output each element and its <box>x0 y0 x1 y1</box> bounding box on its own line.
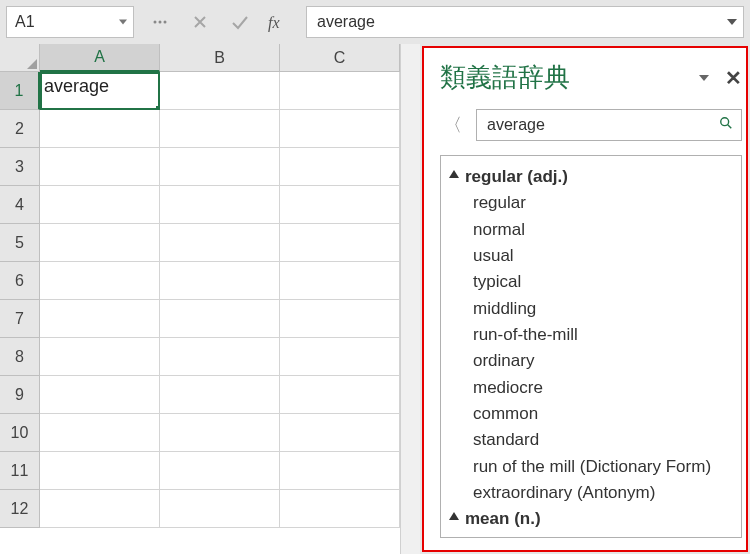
thesaurus-pane: 類義語辞典 ✕ 〈 regular (adj.)regularnormalusu… <box>422 46 748 552</box>
table-row: 8 <box>0 338 400 376</box>
cell[interactable] <box>160 110 280 148</box>
formula-input-value: average <box>317 13 375 31</box>
cell[interactable] <box>160 224 280 262</box>
row-header[interactable]: 10 <box>0 414 40 452</box>
thesaurus-group-heading[interactable]: mean (n.) <box>449 506 733 532</box>
cell[interactable] <box>280 376 400 414</box>
table-row: 6 <box>0 262 400 300</box>
thesaurus-pane-title: 類義語辞典 <box>440 60 570 95</box>
fx-icon[interactable]: fx <box>260 7 300 37</box>
cell[interactable] <box>160 490 280 528</box>
thesaurus-result-item[interactable]: standard <box>449 427 733 453</box>
column-header[interactable]: C <box>280 44 400 72</box>
table-row: 2 <box>0 110 400 148</box>
column-header[interactable]: A <box>40 44 160 72</box>
cell[interactable] <box>280 300 400 338</box>
spreadsheet[interactable]: ABC 1average23456789101112 <box>0 44 400 554</box>
cancel-icon[interactable] <box>180 7 220 37</box>
cell[interactable] <box>40 414 160 452</box>
table-row: 1average <box>0 72 400 110</box>
formula-bar: A1 fx average <box>0 0 750 44</box>
cell[interactable] <box>40 262 160 300</box>
cell[interactable] <box>40 300 160 338</box>
cell[interactable] <box>280 452 400 490</box>
cell[interactable] <box>280 110 400 148</box>
row-header[interactable]: 1 <box>0 72 40 110</box>
cell[interactable] <box>280 186 400 224</box>
enter-icon[interactable] <box>220 7 260 37</box>
table-row: 4 <box>0 186 400 224</box>
row-header[interactable]: 12 <box>0 490 40 528</box>
cell[interactable] <box>40 376 160 414</box>
row-header[interactable]: 8 <box>0 338 40 376</box>
cell[interactable] <box>160 414 280 452</box>
formula-input[interactable]: average <box>306 6 744 38</box>
cell[interactable] <box>280 490 400 528</box>
cell[interactable] <box>40 186 160 224</box>
chevron-down-icon[interactable] <box>119 20 127 25</box>
cell[interactable] <box>40 338 160 376</box>
close-icon[interactable]: ✕ <box>725 66 742 90</box>
column-header[interactable]: B <box>160 44 280 72</box>
thesaurus-result-item[interactable]: middling <box>449 296 733 322</box>
row-header[interactable]: 11 <box>0 452 40 490</box>
cell[interactable] <box>160 186 280 224</box>
table-row: 10 <box>0 414 400 452</box>
back-icon[interactable]: 〈 <box>440 113 466 137</box>
thesaurus-search-input[interactable] <box>485 115 719 135</box>
cell[interactable] <box>160 452 280 490</box>
row-header[interactable]: 4 <box>0 186 40 224</box>
chevron-down-icon[interactable] <box>727 19 737 25</box>
cell[interactable] <box>40 110 160 148</box>
scrollbar-vertical[interactable] <box>400 44 420 554</box>
svg-text:fx: fx <box>268 14 280 32</box>
search-icon[interactable] <box>719 116 733 134</box>
svg-line-5 <box>728 125 732 129</box>
thesaurus-result-item[interactable]: regular <box>449 190 733 216</box>
cell[interactable] <box>280 224 400 262</box>
row-header[interactable]: 6 <box>0 262 40 300</box>
thesaurus-group-heading[interactable]: regular (adj.) <box>449 164 733 190</box>
row-header[interactable]: 5 <box>0 224 40 262</box>
cell[interactable]: average <box>40 72 160 110</box>
thesaurus-result-item[interactable]: run of the mill (Dictionary Form) <box>449 454 733 480</box>
pane-options-icon[interactable] <box>699 75 709 81</box>
grid-rows: 1average23456789101112 <box>0 72 400 554</box>
cell[interactable] <box>40 224 160 262</box>
row-header[interactable]: 3 <box>0 148 40 186</box>
name-box[interactable]: A1 <box>6 6 134 38</box>
svg-point-1 <box>159 21 162 24</box>
more-button[interactable] <box>140 7 180 37</box>
thesaurus-search-box[interactable] <box>476 109 742 141</box>
select-all-triangle[interactable] <box>0 44 40 72</box>
cell[interactable] <box>160 72 280 110</box>
cell[interactable] <box>160 338 280 376</box>
table-row: 12 <box>0 490 400 528</box>
row-header[interactable]: 2 <box>0 110 40 148</box>
thesaurus-result-item[interactable]: common <box>449 401 733 427</box>
cell[interactable] <box>280 338 400 376</box>
thesaurus-result-item[interactable]: run-of-the-mill <box>449 322 733 348</box>
cell[interactable] <box>160 148 280 186</box>
cell[interactable] <box>40 452 160 490</box>
thesaurus-result-item[interactable]: extraordinary (Antonym) <box>449 480 733 506</box>
cell[interactable] <box>280 414 400 452</box>
cell[interactable] <box>40 148 160 186</box>
cell[interactable] <box>280 148 400 186</box>
thesaurus-result-item[interactable]: mediocre <box>449 375 733 401</box>
row-header[interactable]: 7 <box>0 300 40 338</box>
cell[interactable] <box>160 300 280 338</box>
cell[interactable] <box>40 490 160 528</box>
thesaurus-result-item[interactable]: usual <box>449 243 733 269</box>
thesaurus-pane-header: 類義語辞典 ✕ <box>440 60 742 95</box>
cell[interactable] <box>160 262 280 300</box>
thesaurus-result-item[interactable]: ordinary <box>449 348 733 374</box>
cell[interactable] <box>280 72 400 110</box>
row-header[interactable]: 9 <box>0 376 40 414</box>
cell[interactable] <box>280 262 400 300</box>
column-header-row: ABC <box>0 44 400 72</box>
thesaurus-results[interactable]: regular (adj.)regularnormalusualtypicalm… <box>440 155 742 538</box>
cell[interactable] <box>160 376 280 414</box>
thesaurus-result-item[interactable]: typical <box>449 269 733 295</box>
thesaurus-result-item[interactable]: normal <box>449 217 733 243</box>
